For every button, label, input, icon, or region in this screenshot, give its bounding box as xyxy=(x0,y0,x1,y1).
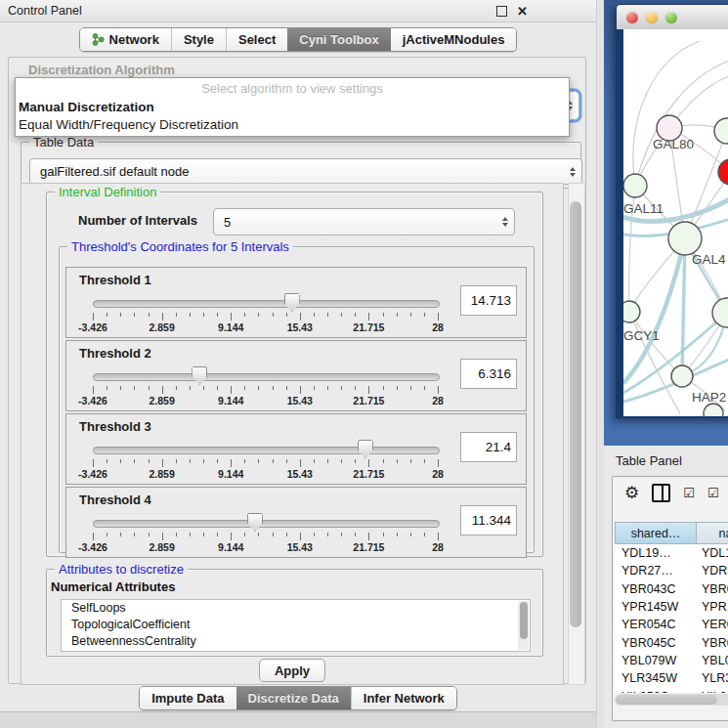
cell-name: YBL0 xyxy=(697,654,728,667)
tab-infer-network[interactable]: Infer Network xyxy=(351,687,456,709)
algorithm-option-equal-width[interactable]: Equal Width/Frequency Discretization xyxy=(19,117,238,132)
network-node[interactable] xyxy=(714,118,728,144)
network-node[interactable] xyxy=(623,301,640,322)
threshold-row-3: Threshold 3 -3.4262.8599.14415.4321.7152… xyxy=(65,413,527,485)
column-header-shared[interactable]: shared… xyxy=(615,522,697,544)
tab-cyni-toolbox[interactable]: Cyni Toolbox xyxy=(287,28,390,51)
cell-name: YER0 xyxy=(697,618,728,631)
combo-stepper-icon xyxy=(502,217,508,227)
threshold-slider-thumb[interactable] xyxy=(358,440,373,458)
columns-icon[interactable] xyxy=(652,484,670,502)
network-icon xyxy=(92,33,105,46)
tab-network[interactable]: Network xyxy=(80,28,171,51)
table-row[interactable]: YLR345W YLR3 xyxy=(615,669,728,687)
network-node-label: HAP2 xyxy=(692,390,726,405)
cell-shared-name: YBR045C xyxy=(615,636,697,650)
network-node[interactable] xyxy=(668,222,702,255)
algorithm-dropdown-popup: Select algorithm to view settings Manual… xyxy=(15,77,570,137)
numerical-attributes-label: Numerical Attributes xyxy=(51,579,175,594)
slider-tick-label: 9.144 xyxy=(218,541,243,553)
threshold-slider-track[interactable] xyxy=(93,520,440,528)
attribute-items: SelfLoopsTopologicalCoefficientBetweenne… xyxy=(62,600,530,650)
threshold-value-input[interactable] xyxy=(460,432,517,462)
checkbox-icon[interactable]: ☑ xyxy=(707,486,719,500)
close-icon[interactable]: ✕ xyxy=(517,7,528,16)
settings-vertical-scrollbar[interactable] xyxy=(568,183,585,685)
attribute-item[interactable]: TopologicalCoefficient xyxy=(62,617,530,633)
tab-style[interactable]: Style xyxy=(171,28,226,51)
table-row[interactable]: YDL19… YDL1 xyxy=(615,544,728,562)
table-row[interactable]: YIL052C YIL0 xyxy=(615,687,728,693)
cell-name: YPR1 xyxy=(697,600,728,614)
close-traffic-light[interactable] xyxy=(626,12,638,23)
attributes-group-label: Attributes to discretize xyxy=(55,562,188,577)
number-of-intervals-value: 5 xyxy=(224,215,231,230)
slider-tick-label: 21.715 xyxy=(353,395,384,407)
threshold-slider-thumb[interactable] xyxy=(284,293,300,312)
interval-definition-label: Interval Definition xyxy=(55,185,160,199)
attributes-scrollbar[interactable] xyxy=(518,601,529,650)
screen: Control Panel ✕ Network xyxy=(0,0,728,728)
float-window-icon[interactable] xyxy=(496,6,507,17)
table-row[interactable]: YER054C YER0 xyxy=(615,616,728,633)
slider-tick-label: 21.715 xyxy=(353,321,384,333)
threshold-slider-track[interactable] xyxy=(93,447,440,454)
tab-impute-data[interactable]: Impute Data xyxy=(140,687,236,709)
settings-viewport: Interval Definition Number of Intervals … xyxy=(21,183,564,685)
table-rows: YDL19… YDL1YDR27… YDR2YBR043C YBR0YPR145… xyxy=(615,544,728,693)
attribute-item[interactable]: BetweennessCentrality xyxy=(62,633,530,650)
attribute-item[interactable]: SelfLoops xyxy=(62,600,530,617)
cell-shared-name: YBR043C xyxy=(615,582,697,596)
threshold-slider-thumb[interactable] xyxy=(247,513,263,532)
network-edge-thick[interactable] xyxy=(682,238,685,376)
threshold-slider-thumb[interactable] xyxy=(192,366,207,385)
threshold-value-input[interactable] xyxy=(460,359,517,389)
numerical-attributes-list[interactable]: SelfLoopsTopologicalCoefficientBetweenne… xyxy=(61,599,531,652)
table-data-combobox[interactable]: galFiltered.sif default node xyxy=(29,158,582,185)
thresholds-group-label: Threshold's Coordinates for 5 Intervals xyxy=(67,239,293,254)
threshold-slider-track[interactable] xyxy=(93,300,440,308)
table-row[interactable]: YPR145W YPR1 xyxy=(615,598,728,616)
combo-stepper-icon xyxy=(570,167,576,177)
table-row[interactable]: YBR043C YBR0 xyxy=(615,580,728,598)
checkbox-icon[interactable]: ☑ xyxy=(683,486,695,500)
tab-jactivemnodules[interactable]: jActiveMNodules xyxy=(391,28,517,51)
cell-shared-name: YIL052C xyxy=(615,690,697,693)
discretization-algorithm-group-label: Discretization Algorithm xyxy=(28,63,175,77)
algorithm-option-manual[interactable]: Manual Discretization xyxy=(19,100,154,114)
network-node[interactable] xyxy=(718,159,728,185)
bottom-tab-bar: Impute Data Discretize Data Infer Networ… xyxy=(0,686,596,711)
tab-select[interactable]: Select xyxy=(226,28,287,51)
control-panel-titlebar: Control Panel ✕ xyxy=(0,0,596,22)
zoom-traffic-light[interactable] xyxy=(665,12,677,23)
slider-tick-label: 28 xyxy=(432,468,444,480)
cell-shared-name: YDR27… xyxy=(615,564,697,578)
network-node-label: GAL4 xyxy=(692,252,726,267)
table-horizontal-scrollbar[interactable] xyxy=(615,694,728,706)
table-row[interactable]: YBL079W YBL0 xyxy=(615,652,728,669)
interval-definition-group: Interval Definition Number of Intervals … xyxy=(46,192,543,557)
table-row[interactable]: YBR045C YBR0 xyxy=(615,633,728,651)
number-of-intervals-combobox[interactable]: 5 xyxy=(213,208,515,236)
threshold-value-input[interactable] xyxy=(460,505,517,535)
table-row[interactable]: YDR27… YDR2 xyxy=(615,562,728,579)
column-header-name[interactable]: na xyxy=(697,522,728,544)
tab-discretize-data[interactable]: Discretize Data xyxy=(236,687,351,709)
threshold-row-2: Threshold 2 -3.4262.8599.14415.4321.7152… xyxy=(65,340,527,411)
apply-button[interactable]: Apply xyxy=(259,659,325,682)
network-canvas[interactable]: GAL80GALCGAL11GAL4GCY1HAHAP2 xyxy=(623,29,728,416)
network-node[interactable] xyxy=(671,365,693,387)
top-tab-bar: Network Style Select Cyni Toolbox jActiv… xyxy=(0,22,596,56)
network-node-label: GAL11 xyxy=(623,201,664,216)
threshold-row-4: Threshold 4 -3.4262.8599.14415.4321.7152… xyxy=(65,487,527,558)
network-node[interactable] xyxy=(623,174,647,197)
scrollbar-thumb[interactable] xyxy=(570,201,581,627)
minimize-traffic-light[interactable] xyxy=(646,12,658,23)
cyni-toolbox-panel: Discretization Algorithm Select algorith… xyxy=(8,57,586,684)
network-node[interactable] xyxy=(704,404,723,416)
threshold-slider-track[interactable] xyxy=(93,373,440,381)
threshold-label: Threshold 1 xyxy=(79,273,151,287)
tab-label: Network xyxy=(109,32,159,47)
gear-icon[interactable]: ⚙ xyxy=(624,483,639,502)
threshold-value-input[interactable] xyxy=(460,285,517,316)
